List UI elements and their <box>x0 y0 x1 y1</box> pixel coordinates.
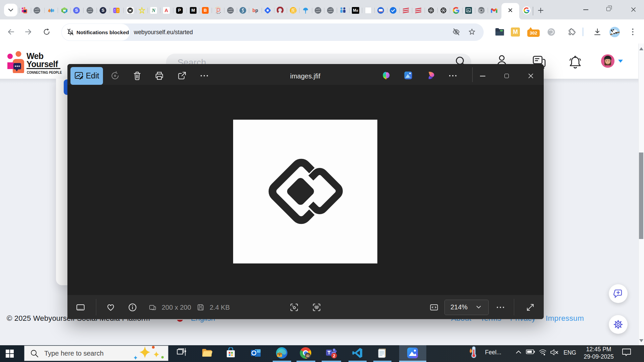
svg-text:2: 2 <box>333 354 335 358</box>
